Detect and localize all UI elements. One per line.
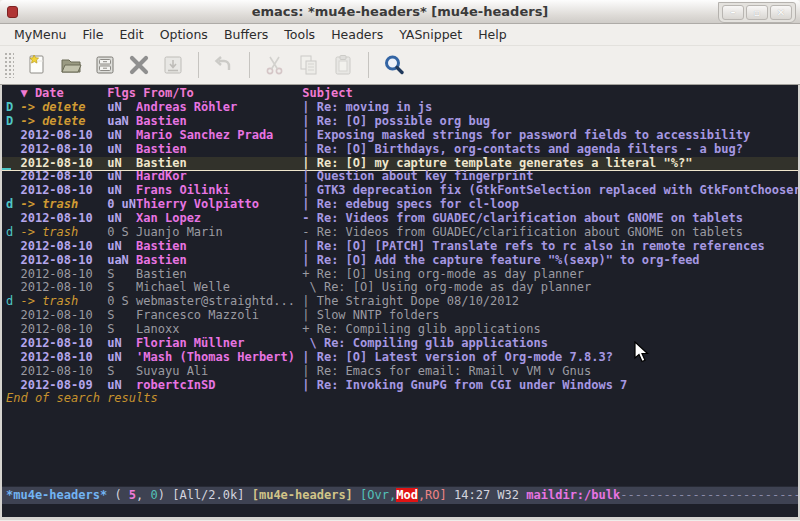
open-folder-button[interactable] — [54, 49, 88, 81]
toolbar-drag-handle[interactable] — [4, 52, 14, 78]
maximize-icon: ▫ — [754, 8, 761, 18]
row-flags-field: uN — [107, 129, 136, 142]
message-row[interactable]: 2012-08-10 S Francesco Mazzoli | Slow NN… — [2, 309, 798, 323]
message-row[interactable]: 2012-08-10 uN Florian Müllner \ Re: Comp… — [2, 337, 798, 351]
row-subj-field: Re: [O] Using org-mode as day planner — [317, 268, 584, 281]
row-subj-field: | — [302, 157, 316, 170]
new-file-button[interactable] — [20, 49, 54, 81]
menu-item-file[interactable]: File — [75, 25, 112, 44]
row-subj-field: Re: edebug specs for cl-loop — [317, 198, 519, 211]
modeline: *mu4e-headers* ( 5, 0) [All/2.0k] [mu4e-… — [2, 486, 798, 504]
modeline-segment: [All/2.0k] — [172, 488, 251, 502]
message-row[interactable]: 2012-08-09 uN robertcInSD | Re: Invoking… — [2, 379, 798, 393]
message-row[interactable]: 2012-08-10 S Michael Welle \ Re: [O] Usi… — [2, 281, 798, 295]
message-row[interactable]: d -> trash 0 S Juanjo Marin - Re: Videos… — [2, 226, 798, 240]
menu-item-tools[interactable]: Tools — [276, 25, 323, 44]
message-row[interactable]: D -> delete uaN Bastien | Re: [O] possib… — [2, 115, 798, 129]
row-from-field: Frans Oilinki — [136, 184, 302, 197]
row-from-field: Thierry Volpiatto — [136, 198, 302, 211]
message-row[interactable]: d -> trash 0 uNThierry Volpiatto | Re: e… — [2, 198, 798, 212]
app-icon — [7, 6, 18, 18]
row-markdate-field: -> trash — [20, 198, 107, 211]
row-subj-field: Re: moving in js — [317, 101, 433, 114]
search-button[interactable] — [377, 49, 411, 81]
row-mark-field: D — [6, 115, 20, 128]
row-subj-field: Re: Videos from GUADEC/clarification abo… — [317, 226, 743, 239]
menu-item-edit[interactable]: Edit — [111, 25, 151, 44]
row-mark-field — [6, 129, 20, 142]
message-row[interactable]: 2012-08-10 uN Xan Lopez - Re: Videos fro… — [2, 212, 798, 226]
row-from-field: Lanoxx — [136, 323, 302, 336]
row-flags-field: uN — [107, 212, 136, 225]
row-mark-field — [6, 184, 20, 197]
row-subj-field: Re: Compiling glib applications — [324, 337, 548, 350]
modeline-segment: 0 — [151, 488, 158, 502]
row-mark-field — [6, 323, 20, 336]
row-from-field: robertcInSD — [136, 379, 302, 392]
row-mark-field: D — [6, 101, 20, 114]
row-date-field: 2012-08-10 — [20, 129, 107, 142]
save-button[interactable] — [88, 49, 122, 81]
message-row[interactable]: 2012-08-10 uN Mario Sanchez Prada | Expo… — [2, 129, 798, 143]
row-subj-field: | — [302, 101, 316, 114]
row-subj-field: | — [302, 184, 316, 197]
message-row[interactable]: 2012-08-10 uaN Bastien | Re: [O] Add the… — [2, 254, 798, 268]
cut-icon — [263, 53, 287, 77]
row-from-field: Suvayu Ali — [136, 365, 302, 378]
row-subj-field: - — [302, 212, 316, 225]
message-row[interactable]: D -> delete uN Andreas Röhler | Re: movi… — [2, 101, 798, 115]
message-row[interactable]: 2012-08-10 uN Frans Oilinki | GTK3 depre… — [2, 184, 798, 198]
row-flags-field: uN — [107, 157, 136, 170]
message-row[interactable]: 2012-08-10 uN Bastien | Re: [O] my captu… — [2, 157, 798, 171]
row-subj-field: | — [302, 143, 316, 156]
row-flags-field: 0 S — [107, 226, 136, 239]
modeline-segment: ) — [158, 488, 172, 502]
minimize-icon: – — [731, 8, 736, 18]
row-subj-field: Re: [O] Using org-mode as day planner — [324, 281, 591, 294]
row-flags-field: S — [107, 281, 136, 294]
minimize-button[interactable]: – — [722, 5, 744, 20]
message-row[interactable]: 2012-08-10 uN 'Mash (Thomas Herbert) | R… — [2, 351, 798, 365]
message-row[interactable]: 2012-08-10 uN HardKor | Question about k… — [2, 170, 798, 184]
paste-button — [326, 49, 360, 81]
row-mark-field — [6, 365, 20, 378]
row-flags-field: uN — [107, 101, 136, 114]
row-subj-field: Re: Videos from GUADEC/clarification abo… — [317, 212, 743, 225]
row-markdate-field: -> trash — [20, 295, 107, 308]
menu-item-headers[interactable]: Headers — [323, 25, 391, 44]
row-from-field: Bastien — [136, 268, 302, 281]
message-row[interactable]: 2012-08-10 S Bastien + Re: [O] Using org… — [2, 268, 798, 282]
row-subj-field: + — [302, 268, 316, 281]
maximize-button[interactable]: ▫ — [746, 5, 768, 20]
menu-item-mymenu[interactable]: MyMenu — [6, 25, 75, 44]
row-flags-field: S — [107, 309, 136, 322]
row-date-field: 2012-08-10 — [20, 337, 107, 350]
toolbar-separator — [368, 52, 369, 78]
save-as-button — [156, 49, 190, 81]
row-from-field: Francesco Mazzoli — [136, 309, 302, 322]
menu-item-buffers[interactable]: Buffers — [216, 25, 276, 44]
paste-icon — [331, 53, 355, 77]
menu-item-options[interactable]: Options — [152, 25, 216, 44]
menu-item-help[interactable]: Help — [470, 25, 515, 44]
message-row[interactable]: 2012-08-10 uN Bastien | Re: [O] [PATCH] … — [2, 240, 798, 254]
row-flags-field: 0 uN — [107, 198, 136, 211]
menu-item-yasnippet[interactable]: YASnippet — [391, 25, 470, 44]
row-mark-field: d — [6, 226, 20, 239]
message-row[interactable]: d -> trash 0 S webmaster@straightd... | … — [2, 295, 798, 309]
row-from-field: Mario Sanchez Prada — [136, 129, 302, 142]
message-row[interactable]: 2012-08-10 uN Bastien | Re: [O] Birthday… — [2, 143, 798, 157]
row-mark-field: d — [6, 198, 20, 211]
message-row[interactable]: 2012-08-10 S Lanoxx + Re: Compiling glib… — [2, 323, 798, 337]
copy-icon — [297, 53, 321, 77]
row-date-field: 2012-08-10 — [20, 212, 107, 225]
row-date-field: 2012-08-09 — [20, 379, 107, 392]
close-button[interactable]: ✕ — [770, 5, 792, 20]
row-mark-field: d — [6, 295, 20, 308]
message-row[interactable]: 2012-08-10 S Suvayu Ali | Re: Emacs for … — [2, 365, 798, 379]
close-buffer-button[interactable] — [122, 49, 156, 81]
row-date-field: 2012-08-10 — [20, 240, 107, 253]
row-subj-field: Exposing masked strings for password fie… — [317, 129, 750, 142]
row-subj-field: Re: [O] [PATCH] Translate refs to rc als… — [317, 240, 765, 253]
window-controls: –▫✕ — [718, 2, 796, 23]
